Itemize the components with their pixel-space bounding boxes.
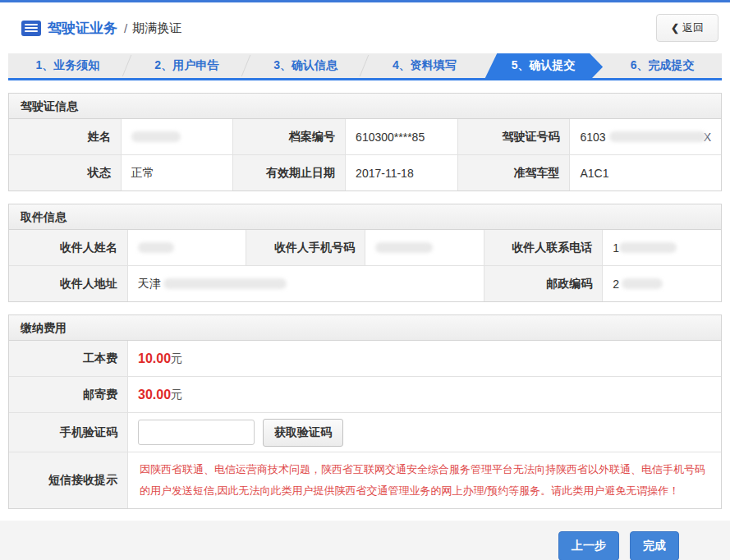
redacted-recipient-mobile <box>375 242 433 253</box>
postal-code-label: 邮政编码 <box>484 266 603 301</box>
vehicle-class-label: 准驾车型 <box>458 155 570 190</box>
chevron-left-icon: ❮ <box>671 22 679 34</box>
sms-notice-warning-text: 因陕西省联通、电信运营商技术问题，陕西省互联网交通安全综合服务管理平台无法向持陕… <box>138 457 711 503</box>
production-fee-unit: 元 <box>171 351 182 366</box>
pickup-info-section: 取件信息 收件人姓名 收件人手机号码 收件人联系电话 1 收件人地址 天津 邮政… <box>8 204 722 302</box>
step-3-confirm-info: 3、确认信息 <box>246 53 365 78</box>
file-no-value: 610300****85 <box>346 119 457 154</box>
footer-action-bar: 上一步 完成 <box>0 521 730 560</box>
back-button-label: 返回 <box>682 21 704 34</box>
redacted-recipient-phone <box>619 242 677 253</box>
step-5-confirm-submit: 5、确认提交 <box>484 53 603 80</box>
postage-fee-value: 30.00元 <box>128 377 721 412</box>
status-label: 状态 <box>9 155 121 190</box>
previous-step-button[interactable]: 上一步 <box>558 531 619 560</box>
recipient-mobile-value <box>365 230 484 265</box>
redacted-postal-code <box>622 278 663 289</box>
file-no-label: 档案编号 <box>233 119 345 154</box>
step-1-business-notice: 1、业务须知 <box>8 53 127 78</box>
license-form-icon <box>21 21 41 36</box>
recipient-address-value: 天津 <box>128 266 484 301</box>
step-wizard: 1、业务须知 2、用户申告 3、确认信息 4、资料填写 5、确认提交 6、完成提… <box>8 53 722 80</box>
step-6-finish-submit: 6、完成提交 <box>603 53 722 78</box>
breadcrumb-current: 期满换证 <box>132 21 181 36</box>
production-fee-value: 10.00元 <box>128 341 721 376</box>
production-fee-label: 工本费 <box>9 341 127 376</box>
pickup-info-title: 取件信息 <box>9 204 721 230</box>
recipient-mobile-label: 收件人手机号码 <box>246 230 365 265</box>
license-info-title: 驾驶证信息 <box>9 94 721 119</box>
redacted-recipient-name <box>138 242 174 253</box>
finish-button[interactable]: 完成 <box>630 531 679 560</box>
page-header: 驾驶证业务 / 期满换证 ❮返回 <box>0 2 730 53</box>
back-button[interactable]: ❮返回 <box>656 14 719 42</box>
license-no-value: 6103X <box>570 119 721 154</box>
redacted-license-no <box>609 131 706 142</box>
recipient-address-prefix: 天津 <box>138 277 161 291</box>
sms-code-label: 手机验证码 <box>9 413 127 452</box>
status-value: 正常 <box>122 155 233 190</box>
redacted-recipient-address <box>163 278 287 289</box>
recipient-address-label: 收件人地址 <box>9 266 127 301</box>
license-no-prefix: 6103 <box>580 131 605 144</box>
fees-title: 缴纳费用 <box>9 315 721 341</box>
sms-code-input[interactable] <box>138 420 255 445</box>
name-value <box>122 119 233 154</box>
sms-code-row: 获取验证码 <box>128 413 721 452</box>
step-4-fill-materials: 4、资料填写 <box>365 53 484 78</box>
postage-fee-unit: 元 <box>171 388 182 402</box>
vehicle-class-value: A1C1 <box>570 155 721 190</box>
valid-until-label: 有效期止日期 <box>233 155 345 190</box>
valid-until-value: 2017-11-18 <box>346 155 457 190</box>
sms-notice-value: 因陕西省联通、电信运营商技术问题，陕西省互联网交通安全综合服务管理平台无法向持陕… <box>128 452 721 508</box>
name-label: 姓名 <box>9 119 121 154</box>
recipient-phone-label: 收件人联系电话 <box>484 230 603 265</box>
postal-code-prefix: 2 <box>613 278 619 291</box>
sms-notice-label: 短信接收提示 <box>9 452 127 508</box>
postage-fee-amount: 30.00 <box>138 388 171 402</box>
fees-section: 缴纳费用 工本费 10.00元 邮寄费 30.00元 手机验证码 获取验证码 短… <box>8 314 722 509</box>
get-sms-code-button[interactable]: 获取验证码 <box>263 419 343 447</box>
recipient-phone-value: 1 <box>603 230 721 265</box>
step-2-user-declaration: 2、用户申告 <box>127 53 246 78</box>
recipient-name-value <box>128 230 246 265</box>
postal-code-value: 2 <box>603 266 721 301</box>
breadcrumb-separator: / <box>124 21 127 35</box>
production-fee-amount: 10.00 <box>138 351 171 366</box>
recipient-phone-prefix: 1 <box>613 241 619 255</box>
license-info-section: 驾驶证信息 姓名 档案编号 610300****85 驾驶证号码 6103X 状… <box>8 93 722 191</box>
postage-fee-label: 邮寄费 <box>9 377 127 412</box>
redacted-name <box>131 131 181 142</box>
license-no-label: 驾驶证号码 <box>458 119 570 154</box>
recipient-name-label: 收件人姓名 <box>9 230 127 265</box>
page-title: 驾驶证业务 <box>48 19 117 38</box>
